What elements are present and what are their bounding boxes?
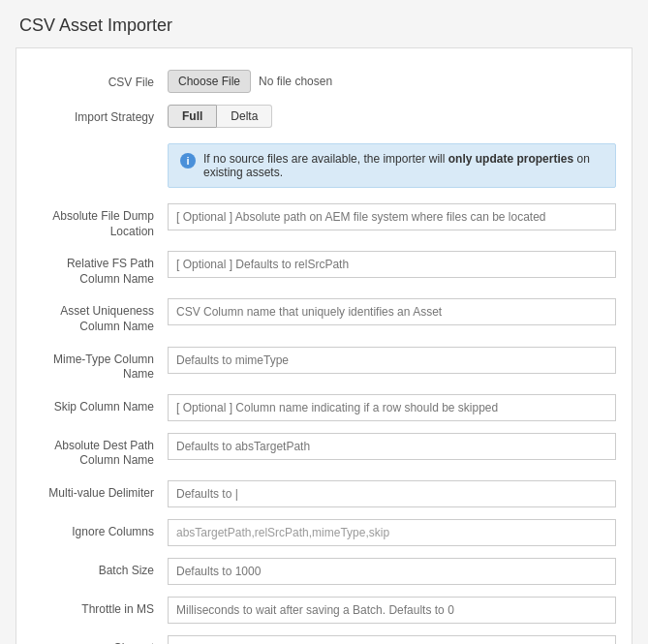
- asset-uniqueness-column-name-label: Asset Uniqueness Column Name: [32, 298, 168, 334]
- absolute-dest-path-column-name-row: Absolute Dest Path Column Name: [16, 427, 632, 475]
- info-banner-text: If no source files are available, the im…: [203, 152, 603, 179]
- asset-uniqueness-column-name-input[interactable]: [168, 298, 616, 325]
- absolute-dest-path-column-name-input[interactable]: [168, 433, 616, 460]
- relative-fs-path-column-name-row: Relative FS Path Column Name: [16, 245, 632, 292]
- mime-type-column-name-input[interactable]: [168, 347, 616, 374]
- skip-column-name-label: Skip Column Name: [32, 394, 168, 415]
- page-title: CSV Asset Importer: [0, 0, 648, 47]
- throttle-in-ms-label: Throttle in MS: [32, 597, 168, 618]
- info-text-bold: only update properties: [448, 152, 573, 166]
- info-icon: i: [180, 153, 196, 169]
- absolute-file-dump-location-row: Absolute File Dump Location: [16, 198, 632, 245]
- charset-row: Charset: [16, 629, 632, 644]
- strategy-full-button[interactable]: Full: [168, 105, 217, 128]
- multi-value-delimiter-input[interactable]: [168, 480, 616, 507]
- throttle-in-ms-row: Throttle in MS: [16, 591, 632, 629]
- batch-size-row: Batch Size: [16, 552, 632, 591]
- import-strategy-row: Import Strategy Full Delta: [16, 99, 632, 134]
- absolute-file-dump-location-label: Absolute File Dump Location: [32, 203, 168, 239]
- file-row-wrap: Choose File No file chosen: [168, 70, 616, 93]
- fields-container: Absolute File Dump LocationRelative FS P…: [16, 198, 632, 644]
- charset-input[interactable]: [168, 635, 616, 644]
- no-file-text: No file chosen: [259, 75, 332, 88]
- throttle-in-ms-input[interactable]: [168, 597, 616, 624]
- relative-fs-path-column-name-input[interactable]: [168, 251, 616, 278]
- form-container: CSV File Choose File No file chosen Impo…: [15, 47, 633, 644]
- info-banner: i If no source files are available, the …: [168, 143, 616, 188]
- strategy-toggle-group: Full Delta: [168, 105, 616, 128]
- relative-fs-path-column-name-label: Relative FS Path Column Name: [32, 251, 168, 287]
- mime-type-column-name-row: Mime-Type Column Name: [16, 341, 632, 388]
- batch-size-input[interactable]: [168, 558, 616, 585]
- csv-file-row: CSV File Choose File No file chosen: [16, 64, 632, 99]
- csv-file-label: CSV File: [32, 70, 168, 91]
- info-banner-row: i If no source files are available, the …: [16, 134, 632, 198]
- skip-column-name-row: Skip Column Name: [16, 388, 632, 427]
- strategy-delta-button[interactable]: Delta: [217, 105, 272, 128]
- absolute-dest-path-column-name-label: Absolute Dest Path Column Name: [32, 433, 168, 469]
- choose-file-button[interactable]: Choose File: [168, 70, 251, 93]
- multi-value-delimiter-label: Multi-value Delimiter: [32, 480, 168, 502]
- charset-label: Charset: [32, 635, 168, 644]
- batch-size-label: Batch Size: [32, 558, 168, 579]
- ignore-columns-input[interactable]: [168, 519, 616, 546]
- multi-value-delimiter-row: Multi-value Delimiter: [16, 475, 632, 513]
- info-text-before: If no source files are available, the im…: [203, 152, 448, 166]
- skip-column-name-input[interactable]: [168, 394, 616, 421]
- absolute-file-dump-location-input[interactable]: [168, 203, 616, 230]
- ignore-columns-label: Ignore Columns: [32, 519, 168, 540]
- ignore-columns-row: Ignore Columns: [16, 513, 632, 552]
- asset-uniqueness-column-name-row: Asset Uniqueness Column Name: [16, 292, 632, 340]
- mime-type-column-name-label: Mime-Type Column Name: [32, 347, 168, 383]
- import-strategy-label: Import Strategy: [32, 105, 168, 126]
